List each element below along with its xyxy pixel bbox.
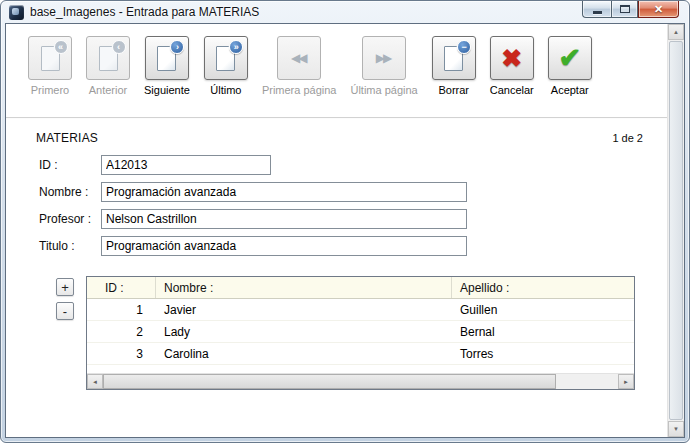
profesor-label: Profesor : xyxy=(39,212,101,226)
delete-record-button[interactable]: − xyxy=(432,36,476,80)
field-row-nombre: Nombre : xyxy=(39,182,667,202)
scroll-up-icon[interactable]: ▲ xyxy=(668,24,684,40)
first-page-button[interactable]: ◀◀ xyxy=(277,36,321,80)
scroll-down-icon[interactable]: ▼ xyxy=(668,421,684,437)
toolbar-label-cancelar: Cancelar xyxy=(490,84,534,97)
record-indicator: 1 de 2 xyxy=(612,132,643,144)
toolbar-item-aceptar: ✔ Aceptar xyxy=(548,36,592,97)
delete-badge: − xyxy=(457,40,471,54)
grid-header-apellido[interactable]: Apellido : xyxy=(452,277,634,298)
cancel-icon: ✖ xyxy=(501,44,522,73)
field-row-titulo: Titulo : xyxy=(39,236,667,256)
toolbar-item-siguiente: › Siguiente xyxy=(144,36,190,97)
toolbar-item-borrar: − Borrar xyxy=(432,36,476,97)
first-page-icon: ◀◀ xyxy=(291,51,307,65)
grid-body: 1 Javier Guillen 2 Lady Bernal 3 Carolin… xyxy=(87,299,634,373)
form-fields: ID : Nombre : Profesor : Titulo : xyxy=(39,155,667,256)
remove-row-button[interactable]: - xyxy=(56,302,74,320)
toolbar-label-aceptar: Aceptar xyxy=(551,84,589,97)
field-row-profesor: Profesor : xyxy=(39,209,667,229)
page-prev-icon: ‹ xyxy=(99,46,118,71)
toolbar-item-ultima-pagina: ▶▶ Última página xyxy=(350,36,417,97)
record-toolbar: « Primero ‹ Anterior › Siguiente xyxy=(6,24,667,97)
toolbar-item-cancelar: ✖ Cancelar xyxy=(490,36,534,97)
hscroll-track[interactable] xyxy=(103,374,618,389)
main-content: « Primero ‹ Anterior › Siguiente xyxy=(6,24,667,437)
close-icon: ✕ xyxy=(654,3,663,16)
toolbar-label-anterior: Anterior xyxy=(89,84,128,97)
toolbar-label-borrar: Borrar xyxy=(438,84,469,97)
grid-row-2[interactable]: 2 Lady Bernal xyxy=(87,321,634,343)
vscroll-track[interactable] xyxy=(668,40,684,421)
page-next-icon: › xyxy=(157,46,176,71)
delete-record-icon: − xyxy=(444,46,463,71)
accept-icon: ✔ xyxy=(558,42,581,74)
cell-apellido[interactable]: Bernal xyxy=(452,325,634,339)
nombre-input[interactable] xyxy=(101,182,467,202)
window-title: base_Imagenes - Entrada para MATERIAS xyxy=(30,5,259,19)
grid-row-1[interactable]: 1 Javier Guillen xyxy=(87,299,634,321)
grid-header: ID : Nombre : Apellido : xyxy=(87,277,634,299)
cell-id[interactable]: 2 xyxy=(87,325,156,339)
first-record-button[interactable]: « xyxy=(28,36,72,80)
close-button[interactable]: ✕ xyxy=(638,1,679,18)
cell-apellido[interactable]: Guillen xyxy=(452,303,634,317)
app-window: base_Imagenes - Entrada para MATERIAS ✕ … xyxy=(0,0,690,443)
cell-id[interactable]: 1 xyxy=(87,303,156,317)
toolbar-separator xyxy=(6,117,667,119)
grid-header-id[interactable]: ID : xyxy=(87,277,156,298)
toolbar-item-primero: « Primero xyxy=(28,36,72,97)
maximize-icon xyxy=(620,5,630,13)
last-page-button[interactable]: ▶▶ xyxy=(362,36,406,80)
hscroll-thumb[interactable] xyxy=(103,374,556,389)
grid-row-controls: + - xyxy=(56,276,86,390)
prev-arrow-badge: ‹ xyxy=(112,40,126,54)
scroll-left-icon[interactable]: ◄ xyxy=(87,374,103,389)
cell-apellido[interactable]: Torres xyxy=(452,347,634,361)
cell-id[interactable]: 3 xyxy=(87,347,156,361)
window-controls: ✕ xyxy=(582,1,679,18)
detail-grid: ID : Nombre : Apellido : 1 Javier Guille… xyxy=(86,276,635,390)
scroll-right-icon[interactable]: ► xyxy=(618,374,634,389)
id-label: ID : xyxy=(39,158,101,172)
cell-nombre[interactable]: Carolina xyxy=(156,347,452,361)
accept-button[interactable]: ✔ xyxy=(548,36,592,80)
add-row-button[interactable]: + xyxy=(56,278,74,296)
grid-row-3[interactable]: 3 Carolina Torres xyxy=(87,343,634,365)
grid-horizontal-scrollbar[interactable]: ◄ ► xyxy=(87,373,634,389)
form-header: MATERIAS 1 de 2 xyxy=(36,131,643,145)
toolbar-label-ultima-pagina: Última página xyxy=(350,84,417,97)
window-vertical-scrollbar[interactable]: ▲ ▼ xyxy=(667,24,684,437)
app-icon[interactable] xyxy=(9,5,24,20)
previous-record-button[interactable]: ‹ xyxy=(86,36,130,80)
next-record-button[interactable]: › xyxy=(145,36,189,80)
toolbar-item-primera-pagina: ◀◀ Primera página xyxy=(262,36,337,97)
maximize-button[interactable] xyxy=(611,1,638,18)
cell-nombre[interactable]: Lady xyxy=(156,325,452,339)
toolbar-item-ultimo: » Último xyxy=(204,36,248,97)
toolbar-item-anterior: ‹ Anterior xyxy=(86,36,130,97)
page-first-icon: « xyxy=(41,46,60,71)
toolbar-label-primero: Primero xyxy=(31,84,70,97)
grid-header-nombre[interactable]: Nombre : xyxy=(156,277,452,298)
detail-grid-area: + - ID : Nombre : Apellido : 1 Javier Gu… xyxy=(56,276,667,390)
minimize-button[interactable] xyxy=(582,1,611,18)
titulo-input[interactable] xyxy=(101,236,467,256)
id-input[interactable] xyxy=(101,155,271,175)
nombre-label: Nombre : xyxy=(39,185,101,199)
minimize-icon xyxy=(593,11,602,14)
section-title: MATERIAS xyxy=(36,131,98,145)
profesor-input[interactable] xyxy=(101,209,467,229)
last-page-icon: ▶▶ xyxy=(376,51,392,65)
toolbar-label-primera-pagina: Primera página xyxy=(262,84,337,97)
field-row-id: ID : xyxy=(39,155,667,175)
toolbar-label-siguiente: Siguiente xyxy=(144,84,190,97)
first-arrow-badge: « xyxy=(54,40,68,54)
client-area: « Primero ‹ Anterior › Siguiente xyxy=(5,23,685,438)
cell-nombre[interactable]: Javier xyxy=(156,303,452,317)
vscroll-thumb[interactable] xyxy=(669,41,683,420)
last-arrow-badge: » xyxy=(229,40,243,54)
title-bar[interactable]: base_Imagenes - Entrada para MATERIAS ✕ xyxy=(5,1,685,23)
cancel-button[interactable]: ✖ xyxy=(490,36,534,80)
last-record-button[interactable]: » xyxy=(204,36,248,80)
